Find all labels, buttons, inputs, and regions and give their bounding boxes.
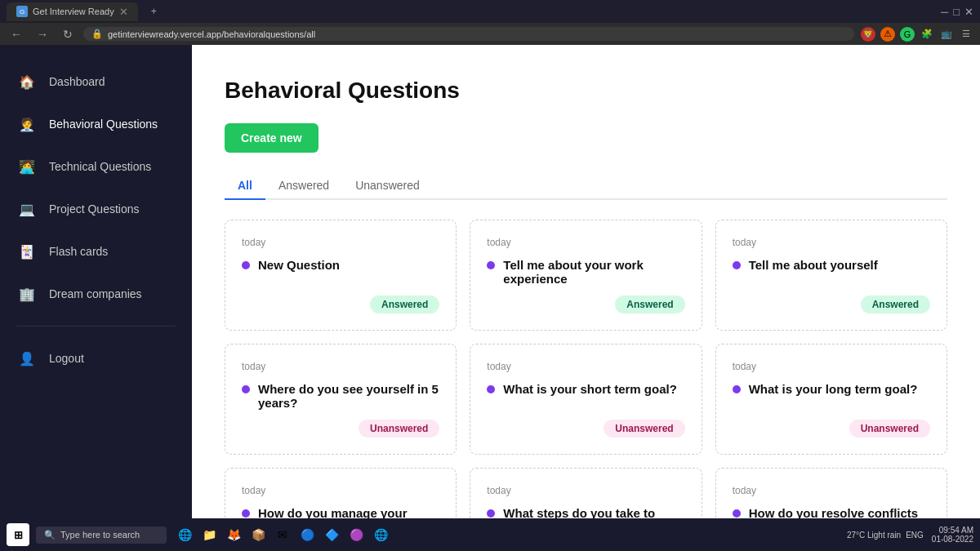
- browser-tabs: G Get Interview Ready ✕ + ─ □ ✕: [0, 0, 980, 23]
- sidebar-item-technical[interactable]: 👩‍💻 Technical Questions: [0, 146, 192, 187]
- sidebar-item-behavioral[interactable]: 🧑‍💼 Behavioral Questions: [0, 104, 192, 144]
- taskbar-icon-3[interactable]: 🦊: [224, 525, 243, 544]
- create-new-button[interactable]: Create new: [225, 123, 318, 153]
- card-date: today: [242, 485, 439, 496]
- sidebar-item-flashcards[interactable]: 🃏 Flash cards: [0, 231, 192, 272]
- minimize-button[interactable]: ─: [941, 6, 948, 18]
- card-date: today: [487, 237, 684, 248]
- forward-button[interactable]: →: [33, 26, 52, 42]
- sidebar-item-logout[interactable]: 👤 Logout: [0, 338, 192, 379]
- sidebar-label-flashcards: Flash cards: [49, 245, 108, 258]
- flashcards-icon: 🃏: [16, 241, 38, 262]
- lock-icon: 🔒: [91, 29, 103, 39]
- weather-text: 27°C Light rain: [847, 531, 901, 540]
- sidebar-label-technical: Technical Questions: [49, 160, 151, 173]
- page-title: Behavioral Questions: [225, 78, 947, 104]
- new-tab-button[interactable]: +: [141, 2, 167, 20]
- behavioral-icon: 🧑‍💼: [16, 113, 38, 135]
- taskbar-icon-9[interactable]: 🌐: [371, 525, 390, 544]
- tab-close-icon[interactable]: ✕: [119, 6, 128, 18]
- status-badge: Unanswered: [849, 420, 930, 438]
- browser-actions: 🦁 ⚠ G 🧩 📺 ☰: [861, 27, 973, 42]
- close-window-button[interactable]: ✕: [964, 6, 973, 18]
- status-badge: Unanswered: [604, 420, 684, 438]
- taskbar-icon-1[interactable]: 🌐: [175, 525, 194, 544]
- taskbar-icon-7[interactable]: 🔷: [322, 525, 341, 544]
- question-dot-icon: [733, 385, 741, 393]
- cards-grid: today New Question Answered today Tell m…: [225, 220, 947, 518]
- tab-answered[interactable]: Answered: [265, 172, 342, 200]
- card-question-text: How do you manage your: [242, 506, 439, 518]
- sidebar: 🏠 Dashboard 🧑‍💼 Behavioral Questions 👩‍💻…: [0, 45, 192, 518]
- url-text: getinterviewready.vercel.app/behavioralq…: [108, 29, 315, 39]
- question-card[interactable]: today How do you manage your: [225, 468, 457, 518]
- tab-favicon: G: [16, 6, 28, 17]
- menu-icon[interactable]: ☰: [959, 27, 973, 42]
- taskbar-clock: 09:54 AM 01-08-2022: [932, 526, 973, 544]
- question-card[interactable]: today What steps do you take to: [470, 468, 702, 518]
- sidebar-item-dashboard[interactable]: 🏠 Dashboard: [0, 61, 192, 102]
- taskbar-search[interactable]: 🔍 Type here to search: [36, 527, 167, 544]
- taskbar-right: 27°C Light rain ENG 09:54 AM 01-08-2022: [847, 526, 973, 544]
- status-badge: Answered: [861, 295, 930, 313]
- search-placeholder: Type here to search: [60, 530, 140, 540]
- sidebar-label-project: Project Questions: [49, 202, 140, 216]
- question-dot-icon: [242, 509, 250, 518]
- address-bar[interactable]: 🔒 getinterviewready.vercel.app/behaviora…: [83, 27, 854, 41]
- card-question-text: Tell me about your work experience: [487, 258, 684, 286]
- browser-toolbar: ← → ↻ 🔒 getinterviewready.vercel.app/beh…: [0, 23, 980, 45]
- screen-cast-icon[interactable]: 📺: [939, 27, 954, 42]
- windows-start-button[interactable]: ⊞: [7, 523, 29, 546]
- reload-button[interactable]: ↻: [59, 26, 77, 42]
- maximize-button[interactable]: □: [953, 6, 960, 18]
- taskbar-icon-8[interactable]: 🟣: [346, 525, 366, 544]
- active-tab[interactable]: G Get Interview Ready ✕: [7, 2, 138, 21]
- card-date: today: [487, 485, 684, 496]
- sidebar-item-project[interactable]: 💻 Project Questions: [0, 189, 192, 229]
- question-card[interactable]: today How do you resolve conflicts: [715, 468, 947, 518]
- back-button[interactable]: ←: [7, 26, 26, 42]
- status-badge: Answered: [370, 295, 439, 313]
- brave-icon[interactable]: 🦁: [861, 27, 875, 42]
- profile-icon[interactable]: G: [900, 27, 915, 42]
- sidebar-item-dream[interactable]: 🏢 Dream companies: [0, 273, 192, 314]
- tabs-bar: All Answered Unanswered: [225, 172, 947, 200]
- technical-icon: 👩‍💻: [16, 156, 38, 177]
- main-content: Behavioral Questions Create new All Answ…: [192, 45, 980, 518]
- extensions-icon[interactable]: 🧩: [920, 27, 934, 42]
- tab-all[interactable]: All: [225, 172, 265, 200]
- sidebar-label-behavioral: Behavioral Questions: [49, 118, 158, 131]
- taskbar-icon-2[interactable]: 📁: [199, 525, 219, 544]
- question-card[interactable]: today What is your long term goal? Unans…: [715, 344, 947, 455]
- question-card[interactable]: today What is your short term goal? Unan…: [470, 344, 702, 455]
- card-question-text: Tell me about yourself: [733, 258, 930, 286]
- sidebar-divider: [16, 326, 176, 327]
- card-date: today: [242, 361, 439, 372]
- system-tray: 27°C Light rain ENG: [847, 531, 924, 540]
- question-card[interactable]: today Where do you see yourself in 5 yea…: [225, 344, 457, 455]
- question-card[interactable]: today Tell me about yourself Answered: [715, 220, 947, 331]
- browser-chrome: G Get Interview Ready ✕ + ─ □ ✕ ← → ↻ 🔒 …: [0, 0, 980, 45]
- alert-icon[interactable]: ⚠: [880, 27, 895, 42]
- status-badge: Answered: [615, 295, 684, 313]
- sidebar-label-dashboard: Dashboard: [49, 75, 105, 88]
- card-question-text: How do you resolve conflicts: [733, 506, 930, 518]
- question-dot-icon: [487, 509, 495, 518]
- language-text: ENG: [906, 531, 924, 540]
- question-dot-icon: [242, 261, 250, 269]
- taskbar-icon-4[interactable]: 📦: [248, 525, 268, 544]
- taskbar-icon-5[interactable]: ✉: [273, 525, 292, 544]
- taskbar-icon-6[interactable]: 🔵: [297, 525, 317, 544]
- question-card[interactable]: today Tell me about your work experience…: [470, 220, 702, 331]
- question-card[interactable]: today New Question Answered: [225, 220, 457, 331]
- app-container: 🏠 Dashboard 🧑‍💼 Behavioral Questions 👩‍💻…: [0, 45, 980, 518]
- card-date: today: [733, 361, 930, 372]
- taskbar: ⊞ 🔍 Type here to search 🌐 📁 🦊 📦 ✉ 🔵 🔷 🟣 …: [0, 518, 980, 551]
- project-icon: 💻: [16, 198, 38, 220]
- dream-icon: 🏢: [16, 283, 38, 304]
- tab-title: Get Interview Ready: [33, 7, 114, 16]
- card-question-text: What steps do you take to: [487, 506, 684, 518]
- card-date: today: [733, 237, 930, 248]
- tab-unanswered[interactable]: Unanswered: [342, 172, 433, 200]
- card-question-text: What is your long term goal?: [733, 382, 930, 410]
